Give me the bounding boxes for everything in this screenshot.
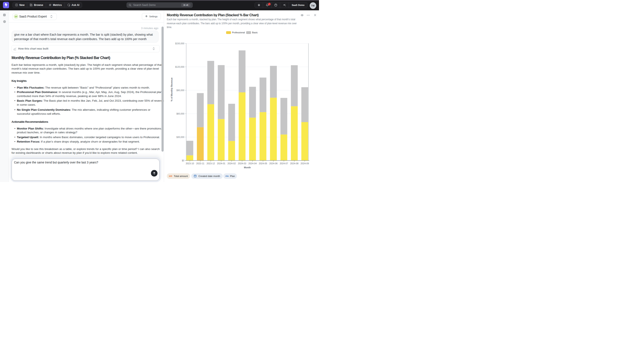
svg-text:2024-06: 2024-06 — [269, 162, 277, 165]
svg-text:2024-08: 2024-08 — [290, 162, 298, 165]
svg-text:Month: Month — [244, 166, 251, 168]
svg-text:$120,000: $120,000 — [175, 66, 184, 68]
svg-text:$0: $0 — [182, 159, 184, 162]
svg-text:2024-05: 2024-05 — [259, 162, 267, 165]
svg-text:2024-03: 2024-03 — [238, 162, 246, 165]
svg-text:2024-04: 2024-04 — [248, 162, 256, 165]
svg-text:2024-01: 2024-01 — [217, 162, 225, 165]
svg-text:2024-09: 2024-09 — [301, 162, 309, 165]
svg-text:% of Monthly Revenue: % of Monthly Revenue — [171, 78, 173, 101]
svg-text:2023-11: 2023-11 — [196, 162, 204, 165]
svg-text:$90,000: $90,000 — [176, 89, 184, 91]
svg-text:$30,000: $30,000 — [176, 136, 184, 138]
svg-text:2024-02: 2024-02 — [228, 162, 236, 165]
svg-text:2023-10: 2023-10 — [186, 162, 194, 165]
svg-text:$150,000: $150,000 — [175, 42, 184, 44]
svg-text:2023-12: 2023-12 — [207, 162, 215, 165]
svg-text:2024-07: 2024-07 — [280, 162, 288, 165]
svg-text:$60,000: $60,000 — [176, 112, 184, 115]
